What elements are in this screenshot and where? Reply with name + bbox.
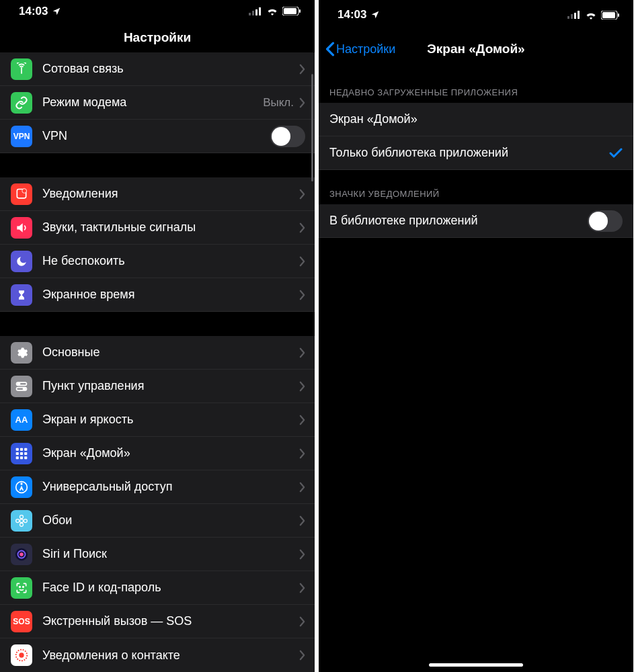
row-siri[interactable]: Siri и Поиск — [0, 538, 315, 571]
chevron-right-icon — [299, 347, 305, 358]
row-home-screen[interactable]: Экран «Домой» — [0, 437, 315, 470]
row-label: Уведомления — [42, 187, 299, 201]
page-title: Экран «Домой» — [427, 42, 524, 56]
settings-list[interactable]: Сотовая связьРежим модемаВыкл.VPNVPNУвед… — [0, 52, 315, 672]
row-label: Звуки, тактильные сигналы — [42, 220, 299, 235]
row-label: Экран «Домой» — [329, 112, 623, 126]
row-opt-app-library[interactable]: Только библиотека приложений — [319, 136, 633, 170]
svg-point-24 — [20, 519, 24, 522]
cellular-icon — [249, 7, 262, 15]
chevron-left-icon — [325, 42, 335, 56]
cellular-icon — [567, 11, 581, 19]
chevron-right-icon — [299, 515, 305, 526]
row-label: Экстренный вызов — SOS — [42, 614, 299, 628]
row-display[interactable]: AAЭкран и яркость — [0, 403, 315, 437]
sos-icon: SOS — [11, 611, 32, 632]
settings-screen-left: 14:03 Настройки Сотовая связьРежим модем… — [0, 0, 315, 672]
svg-point-31 — [19, 552, 24, 556]
row-label: Универсальный доступ — [42, 480, 299, 494]
row-vpn[interactable]: VPNVPN — [0, 120, 315, 153]
svg-rect-41 — [602, 12, 615, 18]
row-hotspot[interactable]: Режим модемаВыкл. — [0, 86, 315, 120]
svg-point-12 — [24, 388, 26, 390]
svg-rect-15 — [24, 448, 27, 450]
row-sos[interactable]: SOSЭкстренный вызов — SOS — [0, 605, 315, 638]
row-sounds[interactable]: Звуки, тактильные сигналы — [0, 211, 315, 245]
home-screen-settings-list[interactable]: НЕДАВНО ЗАГРУЖЕННЫЕ ПРИЛОЖЕНИЯЭкран «Дом… — [319, 69, 633, 238]
settings-screen-right: 14:03 Настройки Экран «Домой» НЕДАВНО ЗА… — [319, 0, 633, 672]
svg-rect-5 — [284, 8, 296, 14]
row-wallpaper[interactable]: Обои — [0, 504, 315, 538]
wifi-icon — [585, 11, 597, 19]
toggle-off[interactable] — [588, 210, 623, 232]
battery-icon — [601, 11, 620, 19]
svg-rect-42 — [618, 13, 619, 17]
svg-rect-19 — [16, 456, 19, 459]
svg-point-33 — [23, 586, 24, 587]
svg-rect-0 — [249, 13, 251, 15]
nav-bar: Настройки Экран «Домой» — [319, 30, 633, 69]
row-screentime[interactable]: Экранное время — [0, 278, 315, 312]
sounds-icon — [11, 217, 32, 239]
scroll-indicator[interactable] — [311, 74, 313, 181]
switches-icon — [11, 376, 32, 397]
row-badges-in-library[interactable]: В библиотеке приложений — [319, 204, 633, 238]
flower-icon — [11, 510, 32, 532]
row-label: Сотовая связь — [42, 62, 299, 76]
row-label: Экран и яркость — [42, 413, 299, 427]
toggle-off[interactable] — [270, 126, 305, 147]
svg-rect-3 — [259, 7, 261, 15]
row-cellular[interactable]: Сотовая связь — [0, 52, 315, 86]
moon-icon — [11, 251, 32, 272]
battery-icon — [282, 7, 301, 15]
chevron-right-icon — [299, 64, 305, 75]
svg-point-27 — [16, 519, 19, 522]
row-label: Основные — [42, 345, 299, 360]
svg-rect-13 — [16, 448, 19, 450]
row-label: Пункт управления — [42, 379, 299, 393]
siri-icon — [11, 544, 32, 565]
chevron-right-icon — [299, 256, 305, 267]
row-accessibility[interactable]: Универсальный доступ — [0, 470, 315, 504]
svg-rect-1 — [252, 11, 254, 15]
row-exposure[interactable]: Уведомления о контакте — [0, 638, 315, 672]
svg-point-32 — [19, 586, 21, 587]
chevron-right-icon — [299, 415, 305, 425]
chevron-right-icon — [299, 616, 305, 627]
group-gap — [0, 153, 315, 177]
back-button[interactable]: Настройки — [325, 42, 395, 56]
svg-rect-21 — [24, 456, 27, 459]
status-bar: 14:03 — [0, 0, 315, 23]
back-label: Настройки — [336, 42, 395, 56]
row-control-center[interactable]: Пункт управления — [0, 370, 315, 403]
svg-rect-39 — [578, 11, 580, 19]
hourglass-icon — [11, 284, 32, 306]
vpn-icon: VPN — [11, 126, 32, 147]
row-value: Выкл. — [263, 96, 294, 110]
status-time: 14:03 — [338, 8, 366, 22]
svg-rect-20 — [20, 456, 23, 459]
accessibility-icon — [11, 476, 32, 498]
chevron-right-icon — [299, 290, 305, 300]
location-icon — [52, 7, 61, 16]
row-notifications[interactable]: Уведомления — [0, 177, 315, 211]
chevron-right-icon — [299, 448, 305, 459]
row-general[interactable]: Основные — [0, 336, 315, 370]
chevron-right-icon — [299, 482, 305, 493]
svg-point-10 — [17, 382, 19, 384]
home-indicator[interactable] — [429, 663, 523, 667]
antenna-icon — [11, 58, 32, 80]
row-opt-home-screen[interactable]: Экран «Домой» — [319, 103, 633, 136]
row-label: VPN — [42, 129, 270, 143]
nav-bar: Настройки — [0, 23, 315, 52]
svg-rect-36 — [567, 16, 569, 19]
svg-point-25 — [20, 515, 24, 518]
chevron-right-icon — [299, 549, 305, 560]
link-icon — [11, 92, 32, 114]
row-label: Face ID и код-пароль — [42, 581, 299, 595]
row-dnd[interactable]: Не беспокоить — [0, 245, 315, 278]
row-faceid[interactable]: Face ID и код-пароль — [0, 571, 315, 605]
location-icon — [370, 10, 380, 19]
svg-rect-37 — [571, 14, 573, 19]
chevron-right-icon — [299, 189, 305, 200]
